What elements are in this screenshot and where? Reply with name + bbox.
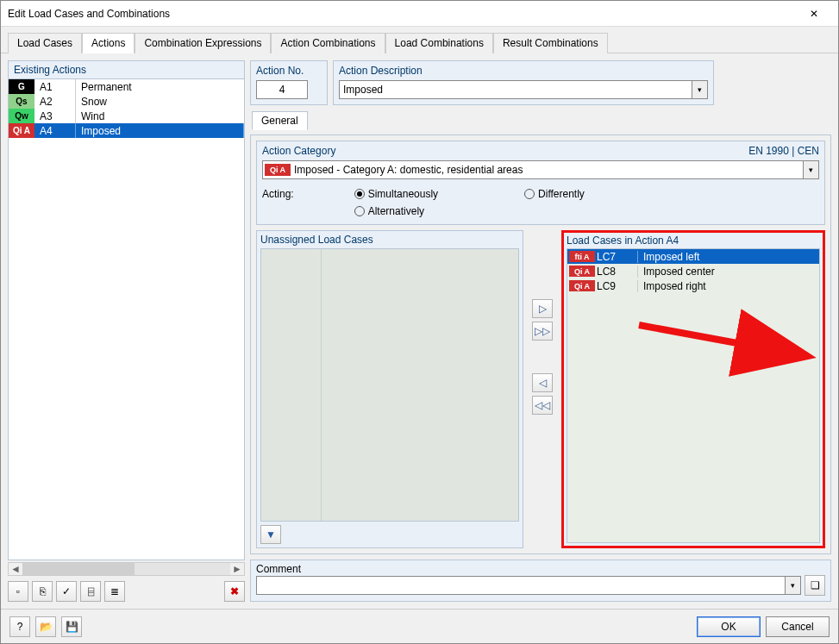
copy-action-button[interactable]: ⎘ <box>32 581 53 602</box>
existing-action-row[interactable]: Qw A3 Wind <box>9 109 244 123</box>
radio-simultaneously[interactable]: Simultaneously <box>354 188 438 200</box>
close-button[interactable]: ✕ <box>797 2 831 26</box>
action-name: Imposed <box>76 123 244 138</box>
chevron-down-icon[interactable]: ▾ <box>785 577 800 594</box>
lc-name: Imposed right <box>638 280 819 292</box>
assigned-list[interactable]: fti A LC7 Imposed left Qi A LC8 Imposed … <box>567 248 820 543</box>
sub-tabs: General <box>250 111 831 130</box>
window-title: Edit Load Cases and Combinations <box>8 8 797 20</box>
move-right-all-button[interactable]: ▷▷ <box>532 322 553 341</box>
right-icon: ▷ <box>539 303 547 315</box>
lists-row: Unassigned Load Cases ▼ ▷ ▷▷ ◁ ◁◁ <box>256 230 825 548</box>
existing-action-row[interactable]: Qs A2 Snow <box>9 94 244 109</box>
comment-label: Comment <box>256 563 825 575</box>
existing-actions-header: Existing Actions <box>8 60 245 79</box>
filter-icon: ▼ <box>266 528 276 541</box>
cancel-button[interactable]: Cancel <box>766 616 830 637</box>
lc-id: LC8 <box>597 266 638 278</box>
lc-tag: Qi A <box>569 280 595 291</box>
title-bar: Edit Load Cases and Combinations ✕ <box>1 1 838 27</box>
stack-icon: ❏ <box>811 579 820 591</box>
action-desc-label: Action Description <box>339 65 708 77</box>
check-icon: ✓ <box>62 585 71 597</box>
action-desc-combo[interactable]: Imposed ▾ <box>339 80 708 99</box>
unassigned-title: Unassigned Load Cases <box>260 234 519 246</box>
category-label: Action Category <box>262 145 335 157</box>
right-all-icon: ▷▷ <box>535 325 550 337</box>
columns-button[interactable]: ≣ <box>104 581 125 602</box>
save-button[interactable]: 💾 <box>61 616 82 637</box>
tab-actions[interactable]: Actions <box>82 33 135 53</box>
move-buttons: ▷ ▷▷ ◁ ◁◁ <box>529 230 556 548</box>
tab-combination-expressions[interactable]: Combination Expressions <box>135 33 271 53</box>
general-panel: Action Category EN 1990 | CEN Qi A Impos… <box>250 134 831 554</box>
tab-load-combinations[interactable]: Load Combinations <box>385 33 493 53</box>
radio-differently[interactable]: Differently <box>524 188 585 200</box>
radio-dot-icon <box>524 189 535 199</box>
left-all-icon: ◁◁ <box>535 399 550 411</box>
unassigned-panel: Unassigned Load Cases ▼ <box>256 230 523 548</box>
left-pane: Existing Actions G A1 Permanent Qs A2 Sn… <box>8 60 245 602</box>
scroll-left-icon[interactable]: ◄ <box>9 563 22 575</box>
scroll-right-icon[interactable]: ► <box>230 563 244 575</box>
tab-result-combinations[interactable]: Result Combinations <box>493 33 608 53</box>
action-name: Permanent <box>76 79 244 94</box>
action-tag: Qw <box>9 109 34 123</box>
main-tabs: Load Cases Actions Combination Expressio… <box>1 27 838 53</box>
ok-button[interactable]: OK <box>697 616 761 637</box>
lc-name: Imposed left <box>638 251 819 263</box>
existing-actions-list[interactable]: G A1 Permanent Qs A2 Snow Qw A3 Wind Qi … <box>8 79 245 560</box>
assigned-title: Load Cases in Action A4 <box>567 234 820 247</box>
open-icon: 📂 <box>40 621 53 633</box>
category-text: Imposed - Category A: domestic, resident… <box>291 164 803 176</box>
dialog-footer: ? 📂 💾 OK Cancel <box>1 609 838 643</box>
tree-button[interactable]: ⌸ <box>80 581 101 602</box>
acting-label: Acting: <box>262 188 294 200</box>
tab-action-combinations[interactable]: Action Combinations <box>271 33 385 53</box>
filter-button[interactable]: ▼ <box>260 525 281 544</box>
delete-icon: ✖ <box>230 585 239 597</box>
action-tag: Qi A <box>9 123 34 138</box>
category-combo[interactable]: Qi A Imposed - Category A: domestic, res… <box>262 160 819 179</box>
radio-alternatively[interactable]: Alternatively <box>354 205 585 217</box>
comment-library-button[interactable]: ❏ <box>805 575 825 596</box>
check-action-button[interactable]: ✓ <box>56 581 77 602</box>
unassigned-list[interactable] <box>260 248 519 522</box>
open-button[interactable]: 📂 <box>35 616 56 637</box>
action-id: A1 <box>34 79 76 94</box>
radio-dot-checked-icon <box>354 189 365 199</box>
right-pane: Action No. Action Description Imposed ▾ … <box>250 60 831 602</box>
new-action-button[interactable]: ▫ <box>8 581 28 602</box>
save-icon: 💾 <box>66 621 78 633</box>
action-name: Wind <box>76 109 244 123</box>
action-no-label: Action No. <box>256 65 322 77</box>
lc-id: LC9 <box>597 280 638 292</box>
left-toolbar: ▫ ⎘ ✓ ⌸ ≣ ✖ <box>8 581 245 602</box>
spacer <box>719 60 831 105</box>
chevron-down-icon[interactable]: ▾ <box>692 81 707 98</box>
delete-action-button[interactable]: ✖ <box>224 581 245 602</box>
columns-icon: ≣ <box>110 585 119 597</box>
subtab-general[interactable]: General <box>252 111 308 130</box>
scroll-track[interactable] <box>22 563 230 575</box>
move-right-button[interactable]: ▷ <box>532 299 553 318</box>
left-icon: ◁ <box>539 377 547 389</box>
comment-combo[interactable]: ▾ <box>256 576 801 595</box>
tab-load-cases[interactable]: Load Cases <box>8 33 82 53</box>
radio-dot-icon <box>354 206 365 216</box>
action-no-input[interactable] <box>256 80 308 99</box>
existing-action-row[interactable]: G A1 Permanent <box>9 79 244 94</box>
help-button[interactable]: ? <box>9 616 30 637</box>
existing-action-row-selected[interactable]: Qi A A4 Imposed <box>9 123 244 138</box>
chevron-down-icon[interactable]: ▾ <box>803 161 818 178</box>
hscrollbar[interactable]: ◄ ► <box>8 562 245 576</box>
move-left-all-button[interactable]: ◁◁ <box>532 396 553 415</box>
assigned-panel-highlighted: Load Cases in Action A4 fti A LC7 Impose… <box>561 230 825 548</box>
assigned-row[interactable]: Qi A LC9 Imposed right <box>567 278 819 293</box>
assigned-row[interactable]: Qi A LC8 Imposed center <box>567 264 819 278</box>
assigned-row-selected[interactable]: fti A LC7 Imposed left <box>567 249 819 264</box>
close-icon: ✕ <box>810 8 818 20</box>
move-left-button[interactable]: ◁ <box>532 373 553 392</box>
action-desc-panel: Action Description Imposed ▾ <box>333 60 714 105</box>
scroll-thumb[interactable] <box>22 563 135 575</box>
